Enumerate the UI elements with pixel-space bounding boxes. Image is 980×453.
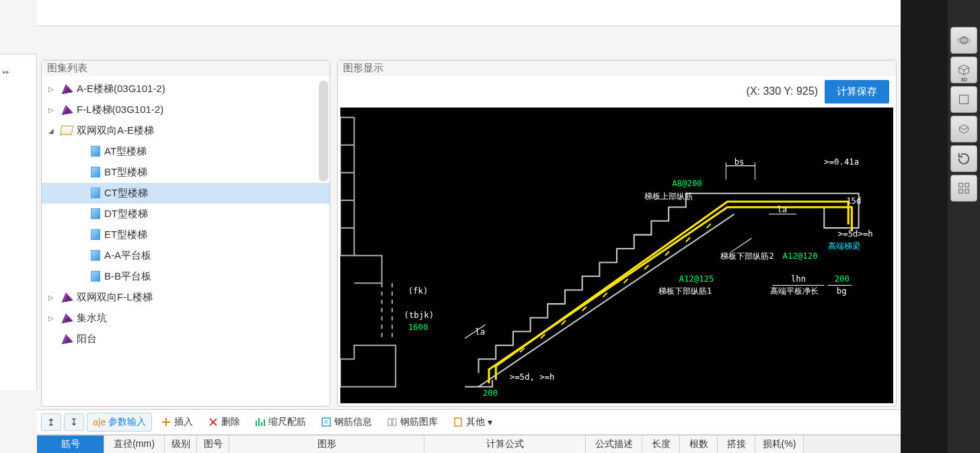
col-1[interactable]: 直径(mm) (104, 436, 165, 453)
col-2[interactable]: 级别 (165, 436, 197, 453)
tree-item-11[interactable]: ▷集水坑 (42, 308, 330, 329)
svg-line-15 (644, 265, 648, 269)
svg-line-13 (603, 292, 607, 296)
orbit-tool-icon[interactable] (950, 27, 977, 54)
svg-line-26 (731, 238, 752, 252)
tree-expander-icon[interactable]: ▷ (48, 294, 58, 301)
document-icon (91, 146, 100, 157)
label-200b: 200 (835, 274, 850, 284)
svg-rect-31 (393, 419, 396, 425)
label-botlong1: 梯板下部纵筋1 (658, 286, 712, 295)
top-blank-bar (37, 0, 901, 26)
document-icon (91, 271, 100, 282)
svg-rect-36 (959, 183, 963, 188)
col-0[interactable]: 筋号 (37, 436, 104, 453)
tree-item-0[interactable]: ▷A-E楼梯(03G101-2) (42, 79, 330, 99)
tree-expander-icon[interactable]: ▷ (48, 106, 58, 114)
svg-line-11 (562, 320, 566, 324)
chevron-down-icon: ▾ (488, 417, 492, 427)
cube-iso-icon[interactable] (950, 116, 977, 142)
label-ge5d: >=5d, >=h (510, 372, 555, 382)
rebar-info-button[interactable]: 钢筋信息 (315, 413, 378, 431)
col-8[interactable]: 根数 (680, 436, 718, 453)
insert-button[interactable]: 插入 (155, 413, 199, 431)
label-lhn: lhn (791, 274, 806, 284)
move-down-button[interactable]: ↧ (64, 413, 84, 431)
label-1600: 1600 (408, 323, 428, 332)
cube-front-icon[interactable] (950, 86, 977, 113)
col-10[interactable]: 损耗(%) (755, 436, 804, 453)
rotate-icon[interactable] (950, 145, 977, 172)
svg-rect-35 (960, 95, 969, 104)
tree-item-2[interactable]: ◢双网双向A-E楼梯 (42, 120, 330, 141)
param-input-button[interactable]: a|e 参数输入 (87, 413, 152, 431)
col-9[interactable]: 搭接 (718, 436, 755, 453)
calc-save-button[interactable]: 计算保存 (825, 80, 889, 104)
col-3[interactable]: 图号 (197, 436, 229, 453)
svg-rect-30 (388, 419, 391, 425)
tree-expander-icon[interactable]: ▷ (48, 315, 58, 322)
label-bs: bs (734, 157, 745, 166)
cad-canvas[interactable]: (fk) (tbjk) 1600 la >=5d, >=h 200 A8@200… (340, 108, 893, 403)
tree-item-label: BT型楼梯 (104, 166, 147, 179)
tree-body[interactable]: ▷A-E楼梯(03G101-2)▷F-L楼梯(03G101-2)◢双网双向A-E… (42, 76, 330, 406)
other-dropdown[interactable]: 其他 ▾ (447, 413, 498, 431)
document-icon (91, 188, 100, 198)
move-up-button[interactable]: ↥ (41, 413, 61, 431)
tree-item-label: 双网双向A-E楼梯 (77, 124, 154, 137)
book-icon (61, 292, 73, 302)
scale-rebar-button[interactable]: 缩尺配筋 (249, 413, 312, 431)
delete-button[interactable]: 删除 (202, 413, 246, 431)
book-icon (61, 334, 73, 343)
tree-item-label: 双网双向F-L楼梯 (77, 291, 153, 304)
tree-item-10[interactable]: ▷双网双向F-L楼梯 (42, 287, 330, 308)
tree-item-label: ET型楼梯 (104, 229, 147, 241)
tree-item-3[interactable]: AT型楼梯 (42, 141, 330, 162)
document-icon (91, 208, 100, 219)
bottom-toolbar: ↥ ↧ a|e 参数输入 插入 删除 缩尺配筋 (37, 410, 901, 435)
tree-scrollbar[interactable] (319, 81, 328, 181)
label-highbeam: 高端梯梁 (828, 241, 860, 251)
document-icon (91, 167, 100, 177)
tree-item-4[interactable]: BT型楼梯 (42, 162, 330, 183)
tree-panel-title: 图集列表 (42, 60, 330, 76)
label-la2: la (777, 205, 787, 214)
tree-item-6[interactable]: DT型楼梯 (42, 204, 330, 224)
label-200a: 200 (483, 388, 498, 397)
tree-item-5[interactable]: CT型楼梯 (42, 183, 330, 204)
tree-item-label: B-B平台板 (104, 270, 151, 283)
book-icon (61, 84, 73, 93)
viewer-panel-title: 图形显示 (338, 60, 896, 76)
svg-line-18 (707, 224, 711, 228)
label-la1: la (475, 327, 485, 337)
tree-expander-icon[interactable]: ◢ (48, 127, 58, 134)
tree-item-label: 集水坑 (77, 312, 107, 325)
svg-rect-37 (965, 183, 969, 188)
tree-item-7[interactable]: ET型楼梯 (42, 224, 330, 245)
label-bg: bg (837, 286, 847, 295)
label-a80200: A8@200 (672, 179, 702, 188)
col-5[interactable]: 计算公式 (424, 436, 586, 453)
col-6[interactable]: 公式描述 (586, 436, 642, 453)
label-fk: (fk) (408, 286, 428, 295)
tree-panel: 图集列表 ▷A-E楼梯(03G101-2)▷F-L楼梯(03G101-2)◢双网… (41, 60, 330, 407)
label-top-long: 梯板上部纵筋 (644, 192, 693, 201)
svg-line-17 (686, 237, 690, 241)
tree-item-label: AT型楼梯 (104, 145, 147, 158)
expand-left-handle[interactable]: ▸▸ (0, 54, 36, 89)
label-botlong2: 梯板下部纵筋2 (720, 251, 774, 261)
tree-item-label: CT型楼梯 (104, 187, 148, 200)
col-4[interactable]: 图形 (229, 436, 424, 453)
tree-item-9[interactable]: B-B平台板 (42, 266, 330, 287)
label-ge041a: >=0.41a (824, 157, 859, 166)
tree-expander-icon[interactable]: ▷ (48, 85, 58, 93)
tree-item-1[interactable]: ▷F-L楼梯(03G101-2) (42, 99, 330, 120)
rebar-library-button[interactable]: 钢筋图库 (381, 413, 444, 431)
grid-settings-icon[interactable] (950, 175, 977, 202)
col-7[interactable]: 长度 (642, 436, 680, 453)
tree-item-8[interactable]: A-A平台板 (42, 245, 330, 266)
tree-item-12[interactable]: 阳台 (42, 329, 330, 349)
label-tbjk: (tbjk) (404, 310, 435, 319)
view-3d-icon[interactable]: 3D (950, 56, 977, 83)
label-a120125: A12@125 (679, 274, 714, 284)
